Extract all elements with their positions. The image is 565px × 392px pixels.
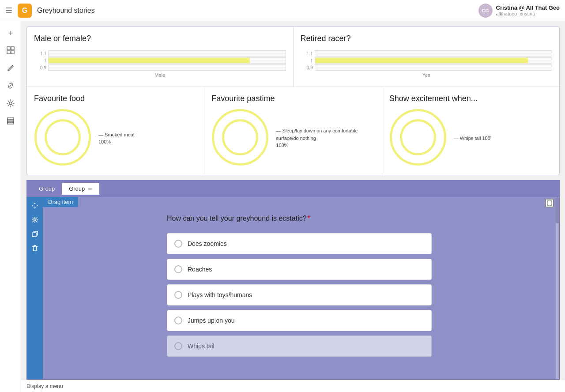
menu-icon[interactable]: ☰ [5, 6, 12, 15]
favourite-food-body: — Smoked meat 100% [34, 109, 197, 168]
survey-option-zoomies[interactable]: Does zoomies [167, 233, 432, 254]
user-name: Cristina @ All That Geo [496, 4, 560, 11]
tab-group-1[interactable]: Group [32, 183, 62, 195]
survey-tools [27, 197, 43, 379]
male-female-chart: Male or female? 1.1 1 0.9 [27, 27, 294, 87]
option-label-jumps: Jumps up on you [188, 317, 235, 324]
show-excitement-title: Show excitement when... [389, 94, 552, 103]
radio-jumps[interactable] [174, 317, 182, 324]
svg-rect-3 [11, 51, 14, 54]
bar-track-3 [48, 64, 286, 71]
racer-bar-row-3: 0.9 [301, 64, 553, 71]
bar-row-2: 1 [34, 57, 286, 64]
svg-rect-1 [11, 47, 14, 50]
expand-icon[interactable] [545, 199, 554, 207]
bar-y-2: 1 [34, 58, 46, 63]
survey-option-plays[interactable]: Plays with toys/humans [167, 284, 432, 305]
svg-rect-5 [8, 118, 14, 120]
survey-option-roaches[interactable]: Roaches [167, 259, 432, 280]
sidebar-layers-icon[interactable] [3, 113, 19, 129]
survey-option-jumps[interactable]: Jumps up on you [167, 310, 432, 331]
retired-racer-title: Retired racer? [301, 34, 553, 43]
retired-racer-bars: 1.1 1 0.9 Yes [301, 49, 553, 79]
content-area: Male or female? 1.1 1 0.9 [21, 21, 565, 392]
charts-bottom-row: Favourite food — Smoked meat 100% [27, 87, 559, 175]
svg-point-9 [41, 115, 85, 159]
survey-delete-icon[interactable] [29, 242, 41, 254]
user-info: Cristina @ All That Geo allthatgeo_crist… [496, 4, 560, 16]
topbar: ☰ G Greyhound stories CG Cristina @ All … [0, 0, 565, 21]
radio-plays[interactable] [174, 291, 182, 299]
survey-move-icon[interactable] [29, 200, 41, 212]
favourite-food-legend: — Smoked meat 100% [98, 131, 135, 146]
show-excitement-chart: Show excitement when... — Whips tail 100… [382, 87, 559, 175]
sidebar-settings-icon[interactable] [3, 95, 19, 111]
tab-group-2[interactable]: Group ✏ [62, 183, 99, 195]
user-profile[interactable]: CG Cristina @ All That Geo allthatgeo_cr… [478, 4, 560, 18]
charts-section: Male or female? 1.1 1 0.9 [26, 26, 560, 175]
option-label-plays: Plays with toys/humans [188, 291, 252, 298]
page-title: Greyhound stories [37, 7, 473, 15]
racer-bar-track-1 [315, 50, 553, 57]
survey-option-whips[interactable]: Whips tail [167, 335, 432, 357]
option-label-zoomies: Does zoomies [188, 240, 227, 247]
svg-point-4 [9, 102, 12, 105]
option-label-roaches: Roaches [188, 266, 212, 273]
bar-row-3: 0.9 [34, 64, 286, 71]
status-label: Display a menu [26, 383, 63, 389]
svg-rect-2 [7, 51, 10, 54]
survey-content: How can you tell your greyhound is ecsta… [43, 197, 556, 379]
svg-rect-15 [32, 233, 36, 237]
tabs-bar: Group Group ✏ [26, 180, 560, 197]
radio-zoomies[interactable] [174, 240, 182, 248]
retired-racer-chart: Retired racer? 1.1 1 0.9 [294, 27, 560, 87]
sidebar-add-icon[interactable]: ＋ [3, 25, 19, 41]
male-female-title: Male or female? [34, 34, 286, 43]
racer-bar-row-2: 1 [301, 57, 553, 64]
racer-bar-track-2 [315, 57, 553, 64]
scrollbar-thumb[interactable] [556, 197, 559, 223]
bar-track-1 [48, 50, 286, 57]
survey-copy-icon[interactable] [29, 228, 41, 240]
avatar: CG [478, 4, 493, 18]
favourite-pastime-donut [211, 109, 269, 168]
right-scrollbar[interactable] [556, 197, 559, 379]
favourite-pastime-chart: Favourite pastime — Sleep/lay down on an… [204, 87, 382, 175]
bar-row-1: 1.1 [34, 50, 286, 57]
svg-rect-7 [8, 122, 14, 124]
show-excitement-legend: — Whips tail 100' [454, 135, 491, 142]
favourite-pastime-title: Favourite pastime [211, 94, 374, 103]
favourite-food-chart: Favourite food — Smoked meat 100% [27, 87, 204, 175]
favourite-pastime-body: — Sleep/lay down on any comfortable surf… [211, 109, 374, 168]
favourite-pastime-legend: — Sleep/lay down on any comfortable surf… [276, 127, 374, 149]
sidebar-edit-icon[interactable] [3, 60, 19, 76]
racer-bar-y-3: 0.9 [301, 65, 313, 70]
survey-settings-icon[interactable] [29, 214, 41, 226]
show-excitement-donut [389, 109, 447, 168]
sidebar-grid-icon[interactable] [3, 42, 19, 58]
survey-question: How can you tell your greyhound is ecsta… [167, 215, 432, 222]
show-excitement-body: — Whips tail 100' [389, 109, 552, 168]
tab-edit-icon[interactable]: ✏ [88, 186, 92, 192]
racer-x-label: Yes [301, 72, 553, 78]
favourite-food-donut [34, 109, 91, 168]
svg-rect-6 [8, 120, 14, 122]
sidebar-link-icon[interactable] [3, 78, 19, 94]
charts-top-row: Male or female? 1.1 1 0.9 [27, 27, 559, 87]
bottom-status: Display a menu [21, 380, 565, 392]
favourite-food-title: Favourite food [34, 94, 197, 103]
drag-item-label: Drag item [43, 197, 78, 207]
radio-roaches[interactable] [174, 265, 182, 273]
racer-bar-track-3 [315, 64, 553, 71]
male-x-label: Male [34, 72, 286, 78]
sidebar: ＋ [0, 21, 21, 392]
user-handle: allthatgeo_cristina [496, 11, 560, 16]
racer-bar-y-1: 1.1 [301, 51, 313, 56]
svg-point-11 [218, 115, 262, 159]
bar-y-1: 1.1 [34, 51, 46, 56]
svg-point-14 [34, 219, 36, 221]
male-female-bars: 1.1 1 0.9 Male [34, 49, 286, 79]
racer-bar-row-1: 1.1 [301, 50, 553, 57]
radio-whips[interactable] [174, 342, 182, 350]
racer-bar-y-2: 1 [301, 58, 313, 63]
